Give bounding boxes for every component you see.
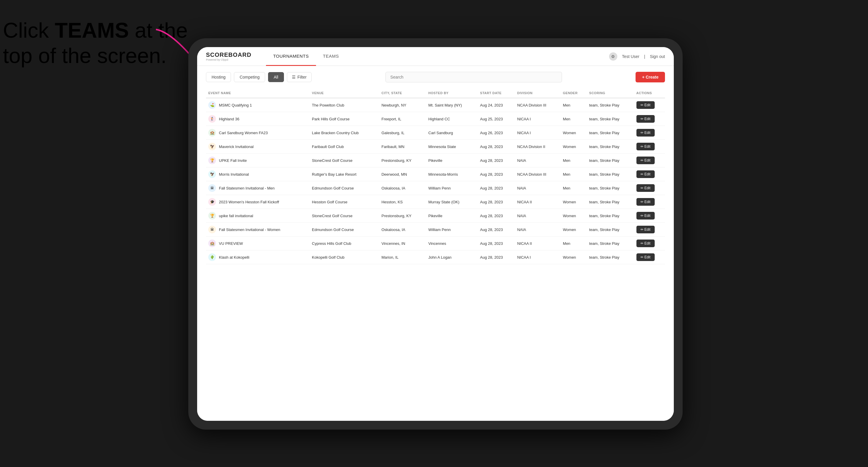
content-area: Hosting Competing All ☰ Filter + Create … (197, 66, 674, 421)
event-icon: 🏛 (208, 226, 216, 234)
event-name-label: Highland 36 (219, 117, 239, 121)
col-actions: ACTIONS (634, 88, 665, 98)
event-icon: 🏌 (208, 115, 216, 123)
cell-venue: Kokopelli Golf Club (310, 250, 379, 264)
cell-city: Freeport, IL (379, 112, 426, 126)
cell-gender: Men (560, 154, 587, 167)
cell-start-date: Aug 28, 2023 (478, 250, 515, 264)
event-icon: 🏆 (208, 212, 216, 220)
tablet-frame: SCOREBOARD Powered by Clippd TOURNAMENTS… (188, 38, 683, 430)
filter-icon: ☰ (292, 75, 296, 80)
cell-gender: Women (560, 140, 587, 154)
event-icon: ⛳ (208, 101, 216, 109)
cell-scoring: team, Stroke Play (587, 98, 634, 112)
event-name-label: MSMC Qualifying 1 (219, 103, 252, 107)
create-button[interactable]: + Create (636, 72, 665, 83)
signout-link[interactable]: Sign out (650, 54, 665, 59)
edit-button[interactable]: ✏ Edit (637, 143, 655, 150)
edit-button[interactable]: ✏ Edit (637, 184, 655, 192)
cell-gender: Women (560, 209, 587, 223)
tab-tournaments[interactable]: TOURNAMENTS (266, 47, 316, 66)
event-name-label: Fall Statesmen Invitational - Women (219, 227, 280, 232)
event-name-label: Maverick Invitational (219, 145, 254, 149)
cell-division: NICAA II (515, 237, 560, 250)
search-box (314, 72, 632, 83)
cell-hosted-by: Carl Sandburg (426, 126, 478, 140)
table-row: 🏛 Fall Statesmen Invitational - Men Edmu… (206, 181, 665, 195)
cell-gender: Men (560, 167, 587, 181)
edit-button[interactable]: ✏ Edit (637, 212, 655, 220)
settings-icon[interactable]: ⚙ (609, 52, 617, 61)
cell-actions: ✏ Edit (634, 112, 665, 126)
edit-button[interactable]: ✏ Edit (637, 170, 655, 178)
nav-tabs: TOURNAMENTS TEAMS (266, 47, 609, 66)
event-icon: 🦅 (208, 143, 216, 150)
cell-start-date: Aug 28, 2023 (478, 223, 515, 237)
table-body: ⛳ MSMC Qualifying 1 The Powelton Club Ne… (206, 98, 665, 264)
col-city-state: CITY, STATE (379, 88, 426, 98)
cell-division: NICAA I (515, 112, 560, 126)
edit-button[interactable]: ✏ Edit (637, 101, 655, 109)
cell-venue: StoneCrest Golf Course (310, 209, 379, 223)
col-event-name: EVENT NAME (206, 88, 310, 98)
table-row: 🌵 Klash at Kokopelli Kokopelli Golf Club… (206, 250, 665, 264)
cell-hosted-by: Minnesota-Morris (426, 167, 478, 181)
cell-division: NAIA (515, 209, 560, 223)
cell-gender: Men (560, 237, 587, 250)
cell-hosted-by: Highland CC (426, 112, 478, 126)
hosting-button[interactable]: Hosting (206, 72, 231, 82)
cell-hosted-by: Vincennes (426, 237, 478, 250)
edit-button[interactable]: ✏ Edit (637, 129, 655, 136)
cell-city: Prestonsburg, KY (379, 209, 426, 223)
cell-division: NAIA (515, 223, 560, 237)
cell-actions: ✏ Edit (634, 237, 665, 250)
separator: | (644, 54, 645, 59)
edit-button[interactable]: ✏ Edit (637, 240, 655, 247)
table-row: 🏫 VU PREVIEW Cypress Hills Golf Club Vin… (206, 237, 665, 250)
cell-actions: ✏ Edit (634, 140, 665, 154)
table-header: EVENT NAME VENUE CITY, STATE HOSTED BY S… (206, 88, 665, 98)
col-venue: VENUE (310, 88, 379, 98)
cell-event-name: 🏆 UPKE Fall Invite (206, 154, 310, 167)
cell-event-name: 🎓 2023 Women's Hesston Fall Kickoff (206, 195, 310, 209)
competing-button[interactable]: Competing (234, 72, 265, 82)
cell-venue: Hesston Golf Course (310, 195, 379, 209)
cell-venue: Faribault Golf Club (310, 140, 379, 154)
filter-bar: Hosting Competing All ☰ Filter + Create (206, 72, 665, 83)
search-input[interactable] (385, 72, 562, 83)
edit-button[interactable]: ✏ Edit (637, 157, 655, 164)
nav-right: ⚙ Test User | Sign out (609, 52, 665, 61)
edit-button[interactable]: ✏ Edit (637, 198, 655, 206)
event-name-label: VU PREVIEW (219, 241, 243, 246)
cell-hosted-by: Minnesota State (426, 140, 478, 154)
cell-start-date: Aug 28, 2023 (478, 195, 515, 209)
cell-start-date: Aug 28, 2023 (478, 140, 515, 154)
cell-actions: ✏ Edit (634, 209, 665, 223)
cell-city: Prestonsburg, KY (379, 154, 426, 167)
cell-gender: Women (560, 126, 587, 140)
tab-teams[interactable]: TEAMS (316, 47, 346, 66)
cell-event-name: 🦅 Maverick Invitational (206, 140, 310, 154)
cell-start-date: Aug 26, 2023 (478, 126, 515, 140)
event-name-label: 2023 Women's Hesston Fall Kickoff (219, 200, 279, 204)
cell-venue: Lake Bracken Country Club (310, 126, 379, 140)
cell-division: NCAA Division II (515, 140, 560, 154)
edit-button[interactable]: ✏ Edit (637, 253, 655, 261)
cell-actions: ✏ Edit (634, 195, 665, 209)
logo-title: SCOREBOARD (206, 52, 251, 58)
filter-button[interactable]: ☰ Filter (287, 72, 312, 82)
table-row: 🏆 UPKE Fall Invite StoneCrest Golf Cours… (206, 154, 665, 167)
cell-scoring: team, Stroke Play (587, 126, 634, 140)
all-button[interactable]: All (268, 72, 284, 82)
cell-scoring: team, Stroke Play (587, 167, 634, 181)
cell-event-name: 🏌 Highland 36 (206, 112, 310, 126)
event-icon: 🏛 (208, 184, 216, 192)
edit-button[interactable]: ✏ Edit (637, 226, 655, 234)
cell-scoring: team, Stroke Play (587, 250, 634, 264)
table-row: ⛳ MSMC Qualifying 1 The Powelton Club Ne… (206, 98, 665, 112)
edit-button[interactable]: ✏ Edit (637, 115, 655, 123)
cell-city: Newburgh, NY (379, 98, 426, 112)
cell-scoring: team, Stroke Play (587, 223, 634, 237)
cell-event-name: ⛳ MSMC Qualifying 1 (206, 98, 310, 112)
cell-division: NCAA Division III (515, 167, 560, 181)
